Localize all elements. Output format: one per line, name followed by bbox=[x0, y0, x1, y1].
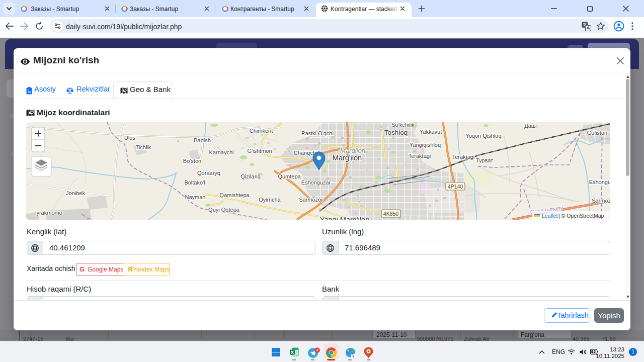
svg-text:Tichlik: Tichlik bbox=[136, 144, 151, 150]
svg-text:Sarmozor: Sarmozor bbox=[592, 198, 610, 204]
svg-text:So'kchilik: So'kchilik bbox=[391, 122, 415, 128]
svg-text:Ulus: Ulus bbox=[124, 135, 136, 141]
svg-text:Дашт: Дашт bbox=[524, 123, 538, 129]
svg-text:Qizilariq: Qizilariq bbox=[240, 173, 261, 179]
svg-text:Турват: Турват bbox=[476, 157, 493, 163]
svg-text:Teraktagi: Teraktagi bbox=[452, 154, 475, 160]
svg-text:Eshonguzar: Eshonguzar bbox=[301, 179, 331, 186]
svg-text:Marg'ilon: Marg'ilon bbox=[333, 154, 362, 162]
svg-text:Teraktagi: Teraktagi bbox=[409, 153, 431, 159]
svg-text:Eshonguzar: Eshonguzar bbox=[589, 179, 610, 185]
svg-text:Yangi Marg'ilon: Yangi Marg'ilon bbox=[320, 216, 369, 220]
svg-text:Pastki O'qchi: Pastki O'qchi bbox=[301, 130, 334, 136]
svg-text:Badish: Badish bbox=[194, 137, 211, 143]
svg-text:Yangiqishloq: Yangiqishloq bbox=[410, 142, 441, 148]
svg-text:Oyimcha: Oyimcha bbox=[259, 197, 281, 203]
svg-text:Sarmozor: Sarmozor bbox=[299, 197, 323, 203]
svg-text:Qoraaryq: Qoraaryq bbox=[197, 170, 220, 176]
svg-text:Yakkavut: Yakkavut bbox=[420, 129, 442, 135]
svg-text:Boltako'l: Boltako'l bbox=[184, 179, 205, 186]
svg-text:Toshloq: Toshloq bbox=[384, 129, 408, 136]
svg-text:Quyi Oqtepa: Quyi Oqtepa bbox=[208, 207, 240, 213]
svg-text:Qamishtepa: Qamishtepa bbox=[219, 192, 250, 198]
svg-text:Bo'ston: Bo'ston bbox=[183, 158, 201, 164]
svg-text:4: 4 bbox=[316, 348, 318, 352]
svg-text:Chimkent: Chimkent bbox=[250, 128, 273, 134]
svg-text:4K850: 4K850 bbox=[383, 211, 399, 217]
svg-text:Nayman: Nayman bbox=[185, 194, 206, 200]
svg-text:Guliston: Guliston bbox=[587, 130, 607, 136]
svg-text:| © OpenStreetMap: | © OpenStreetMap bbox=[558, 213, 604, 219]
svg-text:iyrakmomo: iyrakmomo bbox=[35, 210, 62, 216]
svg-text:Qumtepa: Qumtepa bbox=[278, 173, 301, 179]
svg-text:Margilon: Margilon bbox=[340, 147, 365, 154]
svg-text:Karnaychi: Karnaychi bbox=[209, 149, 234, 155]
svg-text:G'ishtmon: G'ishtmon bbox=[247, 148, 272, 154]
svg-text:Jonibek: Jonibek bbox=[66, 190, 85, 196]
svg-text:Leaflet: Leaflet bbox=[542, 213, 558, 219]
svg-text:4P140: 4P140 bbox=[448, 184, 463, 190]
svg-text:Yoqori Qishloq: Yoqori Qishloq bbox=[465, 133, 501, 139]
